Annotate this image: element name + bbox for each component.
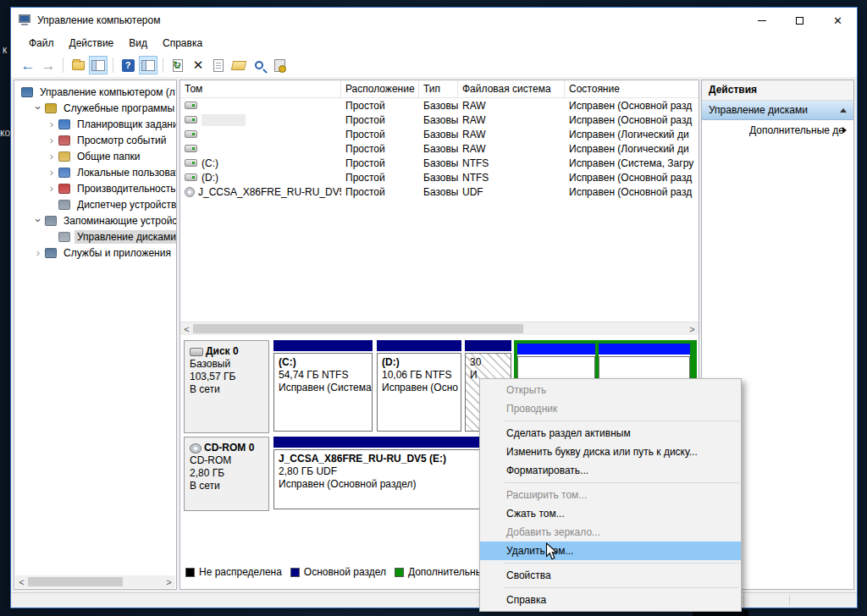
tree-item-7[interactable]: Диспетчер устройств [14,196,176,212]
context-menu-item-4[interactable]: Изменить букву диска или путь к диску... [480,443,741,461]
tree-item-10[interactable]: ›Службы и приложения [14,245,176,261]
scroll-right-icon[interactable]: > [163,577,175,587]
volume-row-5[interactable]: (D:)ПростойБазовыйNTFSИсправен (Основной… [180,170,699,184]
context-menu-item-8[interactable]: Сжать том... [480,504,741,523]
tree-horizontal-scrollbar[interactable]: < > [15,575,175,588]
tree-item-6[interactable]: ›Производительность [14,180,176,196]
volume-location-cell: Простой [341,184,419,199]
context-menu-item-10[interactable]: Удалить том... [480,542,741,560]
tree-item-2[interactable]: ›Планировщик заданий [14,116,176,132]
column-header-3[interactable]: Файловая система [458,80,565,97]
chevron-right-icon[interactable]: › [45,135,58,146]
tree-item-5[interactable]: ›Локальные пользовате [14,164,176,180]
chevron-right-icon[interactable]: › [45,118,58,129]
tree-item-0[interactable]: Управление компьютером (л [14,84,176,100]
toolbar-separator [163,58,163,73]
volume-row-6[interactable]: J_CCSA_X86FRE_RU-RU_DV5 (E:)ПростойБазов… [180,184,699,199]
volume-table-header: ТомРасположениеТипФайловая системаСостоя… [180,80,699,98]
actions-group-disk-management[interactable]: Управление дисками [702,101,853,120]
collapse-icon[interactable] [840,108,847,113]
scroll-left-icon[interactable]: < [180,324,193,334]
menubar-item-0[interactable]: Файл [21,35,62,52]
close-button[interactable]: ✕ [819,8,857,33]
help-icon[interactable]: ? [119,56,137,74]
disk-label-box[interactable]: CD-ROM 0CD-ROM2,80 ГБВ сети [184,437,269,511]
volume-box[interactable]: (C:)54,74 ГБ NTFSИсправен (Система [273,353,373,432]
maximize-button[interactable] [781,8,819,33]
chevron-down-icon[interactable]: › [33,102,44,115]
context-menu-item-3[interactable]: Сделать раздел активным [480,424,741,443]
minimize-button[interactable] [743,8,781,33]
volume-row-2[interactable]: ПростойБазовыйRAWИсправен (Логический ди [180,127,699,141]
column-header-4[interactable]: Состояние [565,80,699,97]
column-header-2[interactable]: Тип [419,80,458,97]
tree-item-1[interactable]: ›Служебные программы [14,100,176,116]
volume-box[interactable]: (D:)10,06 ГБ NTFSИсправен (Осно [377,353,461,432]
disk-management-icon [58,232,70,242]
disk-label-box[interactable]: Диск 0Базовый103,57 ГБВ сети [184,340,269,433]
chevron-right-icon[interactable]: › [45,167,58,178]
delete-icon[interactable]: ✕ [189,56,207,74]
chevron-right-icon[interactable]: › [45,151,58,162]
console-tree-icon[interactable] [89,56,108,74]
selected-volume-highlight [202,114,246,126]
local-users-icon [58,168,70,178]
scroll-left-icon[interactable]: < [15,577,28,587]
disk-volume-icon [185,116,197,124]
legend-label: Основной раздел [304,566,386,578]
primary-partition-stripe [273,340,373,351]
legend-item-0: Не распределена [185,566,282,578]
menubar-item-1[interactable]: Действие [62,35,122,52]
primary-partition[interactable]: (C:)54,74 ГБ NTFSИсправен (Система [273,340,373,433]
context-menu-item-14[interactable]: Справка [480,591,741,609]
action-pane-icon[interactable] [139,56,157,74]
volume-type-cell: Базовый [419,127,458,141]
volume-table-scrollbar[interactable]: < > [180,322,699,335]
volume-row-4[interactable]: (C:)ПростойБазовыйNTFSИсправен (Система,… [180,156,699,170]
volume-fs-cell: RAW [458,113,565,127]
disk-name: Диск 0 [190,345,265,358]
primary-partition[interactable]: (D:)10,06 ГБ NTFSИсправен (Осно [377,340,461,433]
forward-icon[interactable]: → [39,56,58,74]
actions-more-label: Дополнительные дей... [749,124,842,136]
volume-type-cell: Базовый [419,184,458,199]
properties-icon[interactable] [209,56,228,74]
volume-row-0[interactable]: ПростойБазовыйRAWИсправен (Основной разд [180,98,699,113]
tree-item-label: Производительность [75,182,177,195]
menu-separator [505,587,739,588]
chevron-right-icon[interactable]: › [31,247,45,258]
context-menu-item-12[interactable]: Свойства [480,566,741,585]
tree-item-label: Служебные программы [61,102,177,115]
refresh-icon[interactable] [168,56,187,74]
view-icon[interactable] [250,56,268,74]
volume-type-cell: Базовый [419,141,458,156]
actions-more-item[interactable]: Дополнительные дей... [702,120,853,140]
volume-name-cell [180,141,341,156]
volume-row-1[interactable]: ПростойБазовыйRAWИсправен (Основной разд [180,113,699,127]
scrollbar-thumb[interactable] [28,577,123,586]
volume-location-cell: Простой [341,127,419,141]
menubar-item-3[interactable]: Справка [155,35,210,52]
disk-tools-icon[interactable] [270,56,289,74]
open-folder-icon[interactable] [229,56,248,74]
menu-bar: ФайлДействиеВидСправка [11,33,857,53]
context-menu-item-5[interactable]: Форматировать... [480,461,741,480]
column-header-0[interactable]: Том [180,80,341,97]
scroll-right-icon[interactable]: > [686,324,699,334]
column-header-1[interactable]: Расположение [341,80,419,97]
tree-item-3[interactable]: ›Просмотр событий [14,132,176,148]
up-level-icon[interactable] [69,56,87,74]
chevron-down-icon[interactable]: › [33,214,44,228]
back-icon[interactable]: ← [19,56,37,74]
tree-item-label: Запоминающие устройст [61,214,177,228]
disk-type: CD-ROM [190,454,265,467]
tree-item-4[interactable]: ›Общие папки [14,148,176,164]
volume-fs-cell: RAW [458,127,565,141]
volume-row-3[interactable]: ПростойБазовыйRAWИсправен (Логический ди [180,141,699,156]
menubar-item-2[interactable]: Вид [121,35,155,52]
scrollbar-thumb[interactable] [193,324,523,333]
volume-status-cell: Исправен (Система, Загру [565,156,699,170]
tree-item-8[interactable]: ›Запоминающие устройст [14,212,176,228]
tree-item-9[interactable]: Управление дисками [14,228,176,245]
chevron-right-icon[interactable]: › [45,183,58,194]
